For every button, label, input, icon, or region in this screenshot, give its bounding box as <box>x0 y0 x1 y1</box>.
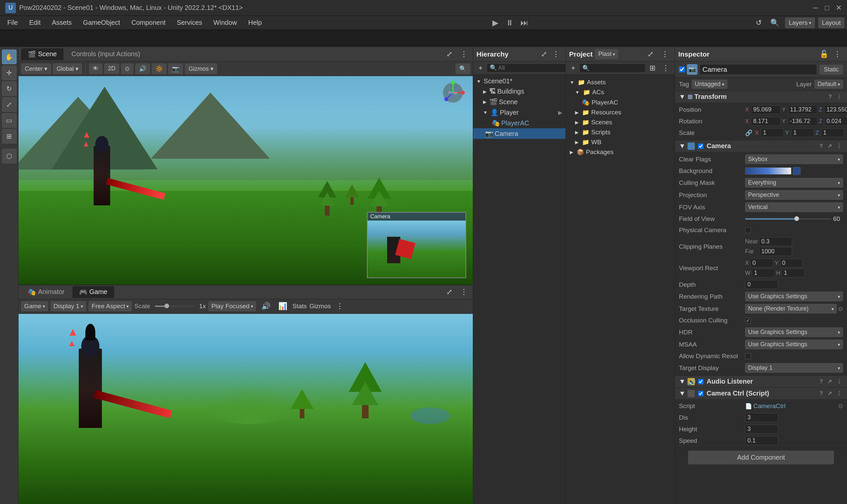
transform-header[interactable]: ▼ ⊞ Transform ? ⋮ <box>675 91 847 103</box>
projection-dropdown[interactable]: Perspective <box>745 190 843 200</box>
ctrl-help-icon[interactable]: ? <box>818 391 824 397</box>
camera-ctrl-header[interactable]: ▼ Camera Ctrl (Script) ? ↗ ⋮ <box>675 388 847 399</box>
inspector-more-icon[interactable]: ⋮ <box>831 49 844 60</box>
gizmos-toggle[interactable]: Gizmos ▾ <box>185 64 217 74</box>
proj-scripts[interactable]: ▶ 📁 Scripts <box>567 127 673 137</box>
game-more-icon[interactable]: ⋮ <box>334 301 346 312</box>
stats-icon[interactable]: 📊 <box>276 301 290 312</box>
minimize-button[interactable]: ─ <box>813 4 818 12</box>
pos-y-input[interactable]: 11.3792 <box>788 105 817 114</box>
object-name-input[interactable] <box>700 64 817 75</box>
menu-window[interactable]: Window <box>209 18 242 28</box>
maximize-button[interactable]: □ <box>825 4 829 12</box>
camera-settings-icon[interactable]: ⋮ <box>835 143 843 149</box>
game-menu-icon[interactable]: ⋮ <box>458 286 470 298</box>
scene-gizmo[interactable]: Persp <box>440 79 466 106</box>
hierarchy-maximize-icon[interactable]: ⤢ <box>538 49 550 60</box>
menu-file[interactable]: File <box>3 18 22 28</box>
scale-slider[interactable] <box>155 306 195 307</box>
audio-settings-icon[interactable]: ⋮ <box>835 378 843 384</box>
menu-gameobject[interactable]: GameObject <box>78 18 125 28</box>
script-picker[interactable]: ⊙ <box>838 402 843 410</box>
camera-ref-icon[interactable]: ↗ <box>826 143 833 149</box>
scene-viewport[interactable]: ▲ ▲ Camera <box>19 76 473 285</box>
pos-x-input[interactable]: 95.069 <box>751 105 780 114</box>
scale-z-input[interactable]: 1 <box>821 128 844 137</box>
hier-buildings[interactable]: ▶ 🏗 Buildings <box>473 86 565 96</box>
project-maximize-icon[interactable]: ⤢ <box>645 49 656 60</box>
scene-search[interactable]: 🔍 <box>456 64 470 74</box>
vp-x-input[interactable]: 0 <box>750 258 773 268</box>
gizmos-label[interactable]: Gizmos <box>310 303 331 310</box>
hier-camera[interactable]: 📷 Camera <box>473 128 565 139</box>
pos-z-input[interactable]: 123.550 <box>824 105 847 114</box>
vp-y-input[interactable]: 0 <box>780 258 803 268</box>
hier-scene-root[interactable]: ▼ Scene01* <box>473 76 565 86</box>
audio-toggle[interactable]: 🔊 <box>135 64 150 74</box>
clear-flags-dropdown[interactable]: Skybox <box>745 155 843 164</box>
hierarchy-menu-icon[interactable]: ⋮ <box>550 49 562 60</box>
proj-playerac[interactable]: 🎭 PlayerAC <box>567 97 673 107</box>
hand-tool[interactable]: ✋ <box>2 50 17 64</box>
tag-dropdown[interactable]: Untagged <box>692 80 727 89</box>
pause-button[interactable]: ⏸ <box>504 17 516 29</box>
tab-game[interactable]: 🎮 Game <box>72 286 114 298</box>
scale-y-input[interactable]: 1 <box>791 128 814 137</box>
hierarchy-search[interactable] <box>487 64 569 72</box>
near-input[interactable]: 0.3 <box>759 237 792 246</box>
rot-y-input[interactable]: -136.72 <box>788 117 817 126</box>
aspect-ratio-select[interactable]: Free Aspect <box>89 301 132 311</box>
proj-scenes[interactable]: ▶ 📁 Scenes <box>567 118 673 127</box>
target-texture-picker[interactable]: ⊙ <box>838 305 843 312</box>
camera-enabled-checkbox[interactable] <box>698 144 703 149</box>
project-add-icon[interactable]: + <box>568 62 578 74</box>
audio-help-icon[interactable]: ? <box>818 379 824 384</box>
transform-tool[interactable]: ⊞ <box>2 129 17 144</box>
rot-z-input[interactable]: 0.024 <box>824 117 847 126</box>
search-icon[interactable]: 🔍 <box>767 17 782 29</box>
script-value[interactable]: CameraCtrl <box>753 402 786 410</box>
fx-toggle[interactable]: 🔆 <box>152 64 166 74</box>
scene-maximize-icon[interactable]: ⤢ <box>444 49 455 60</box>
target-texture-dropdown[interactable]: None (Render Texture) <box>745 304 837 313</box>
visibility-icon[interactable]: 👁 <box>89 64 102 74</box>
hier-scene[interactable]: ▶ 🎬 Scene <box>473 96 565 107</box>
camera-ctrl-enabled[interactable] <box>698 391 703 396</box>
camera-help-icon[interactable]: ? <box>818 143 824 149</box>
add-component-button[interactable]: Add Component <box>688 451 834 464</box>
rendering-path-dropdown[interactable]: Use Graphics Settings <box>745 292 843 301</box>
scale-x-input[interactable]: 1 <box>761 128 784 137</box>
hier-player[interactable]: ▼ 👤 Player ▶ <box>473 107 565 118</box>
project-menu-icon[interactable]: ⋮ <box>659 49 671 60</box>
proj-assets[interactable]: ▼ 📁 Assets <box>567 77 673 87</box>
depth-input[interactable]: 0 <box>745 280 778 289</box>
proj-resources[interactable]: ▶ 📁 Resources <box>567 107 673 118</box>
center-pivot-toggle[interactable]: Center ▾ <box>21 64 51 74</box>
proj-packages[interactable]: ▶ 📦 Packages <box>567 147 673 157</box>
layer-dropdown[interactable]: Default <box>815 80 843 89</box>
play-button[interactable]: ▶ <box>489 17 501 29</box>
layout-dropdown[interactable]: Layout <box>818 18 844 28</box>
camera-header[interactable]: ▼ Camera ? ↗ ⋮ <box>675 140 847 152</box>
scale-tool[interactable]: ⤢ <box>2 97 17 112</box>
hdr-dropdown[interactable]: Use Graphics Settings <box>745 327 843 337</box>
menu-services[interactable]: Services <box>172 18 207 28</box>
background-color-swatch[interactable] <box>745 167 791 175</box>
physical-camera-checkbox[interactable] <box>745 227 751 233</box>
display-number-select[interactable]: Display 1 <box>51 301 86 311</box>
custom-tool-1[interactable]: ⬡ <box>2 149 17 163</box>
global-local-toggle[interactable]: Global ▾ <box>53 64 82 74</box>
scene-menu-icon[interactable]: ⋮ <box>458 49 470 60</box>
vp-h-input[interactable]: 1 <box>781 269 805 277</box>
step-button[interactable]: ⏭ <box>518 17 530 29</box>
audio-listener-enabled[interactable] <box>698 379 703 384</box>
inspector-lock-icon[interactable]: 🔓 <box>817 49 831 60</box>
rot-x-input[interactable]: 8.171 <box>751 117 780 126</box>
far-input[interactable]: 1000 <box>759 247 792 256</box>
height-input[interactable]: 3 <box>745 425 778 434</box>
game-maximize-icon[interactable]: ⤢ <box>444 286 455 298</box>
transform-help-icon[interactable]: ? <box>827 94 833 100</box>
proj-wb[interactable]: ▶ 📁 WB <box>567 137 673 147</box>
rotate-tool[interactable]: ↻ <box>2 82 17 96</box>
tab-animator[interactable]: 🎭 Animator <box>21 286 71 298</box>
